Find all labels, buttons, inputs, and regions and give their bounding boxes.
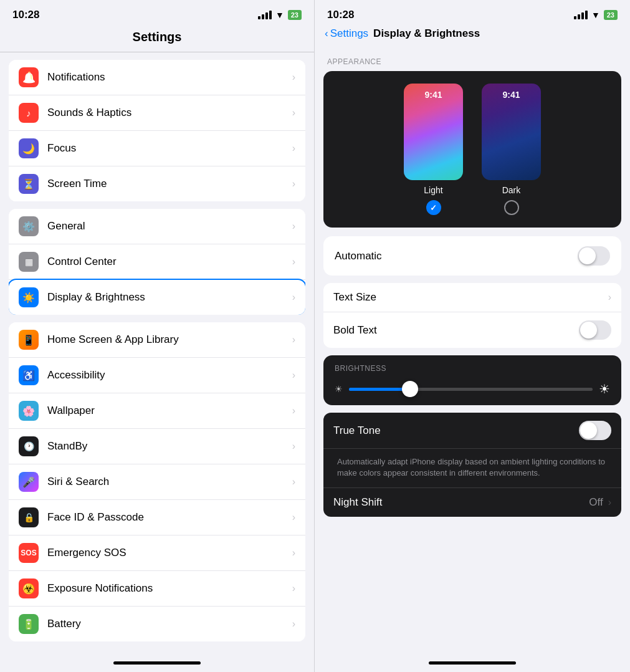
emergencysos-icon: SOS	[19, 543, 39, 563]
brightness-max-icon: ☀	[599, 382, 610, 396]
settings-row-displaybrightness[interactable]: ☀️ Display & Brightness ›	[9, 280, 305, 315]
automatic-toggle-thumb	[579, 247, 596, 264]
brightness-section: BRIGHTNESS ☀ ☀	[323, 355, 621, 405]
dark-mode-label: Dark	[502, 185, 521, 195]
settings-row-homescreen[interactable]: 📱 Home Screen & App Library ›	[9, 322, 305, 358]
general-chevron: ›	[292, 221, 295, 232]
settings-list: 🔔 Notifications › ♪ Sounds & Haptics › 🌙…	[0, 52, 314, 656]
standby-chevron: ›	[292, 441, 295, 452]
dark-preview-time: 9:41	[482, 90, 541, 100]
settings-group-2: ⚙️ General › ▦ Control Center › ☀️ Displ…	[9, 209, 305, 315]
brightness-slider-row: ☀ ☀	[335, 382, 610, 396]
dark-mode-preview: 9:41	[482, 84, 541, 180]
brightness-min-icon: ☀	[335, 384, 343, 394]
display-brightness-panel: 10:28 ▼ 23 ‹ Settings Display & Brightne…	[315, 0, 630, 672]
controlcenter-label: Control Center	[47, 256, 292, 268]
settings-row-controlcenter[interactable]: ▦ Control Center ›	[9, 244, 305, 280]
accessibility-icon: ♿	[19, 365, 39, 385]
text-size-row[interactable]: Text Size ›	[323, 283, 621, 312]
right-wifi-icon: ▼	[591, 10, 600, 20]
night-shift-chevron: ›	[608, 497, 611, 508]
brightness-fill	[349, 388, 410, 391]
settings-row-exposure[interactable]: ☣️ Exposure Notifications ›	[9, 571, 305, 607]
text-settings-card: Text Size › Bold Text	[323, 283, 621, 348]
right-panel-title: Display & Brightness	[373, 27, 480, 40]
focus-label: Focus	[47, 142, 292, 155]
settings-row-focus[interactable]: 🌙 Focus ›	[9, 131, 305, 166]
settings-row-emergencysos[interactable]: SOS Emergency SOS ›	[9, 535, 305, 571]
night-shift-label: Night Shift	[333, 496, 589, 509]
light-mode-label: Light	[424, 185, 442, 195]
left-home-bar	[113, 661, 201, 665]
right-panel-content: APPEARANCE 9:41 Light 9:41 Dark	[315, 47, 630, 656]
night-shift-value: Off	[589, 496, 603, 509]
back-label: Settings	[330, 27, 368, 40]
bold-text-row[interactable]: Bold Text	[323, 312, 621, 348]
automatic-label: Automatic	[335, 250, 382, 262]
homescreen-chevron: ›	[292, 334, 295, 345]
settings-list-panel: 10:28 ▼ 23 Settings 🔔 Notifications ›	[0, 0, 315, 672]
emergencysos-chevron: ›	[292, 547, 295, 559]
standby-label: StandBy	[47, 440, 292, 453]
right-status-icons: ▼ 23	[574, 10, 618, 20]
light-mode-radio[interactable]	[426, 200, 441, 215]
accessibility-label: Accessibility	[47, 369, 292, 382]
brightness-thumb[interactable]	[402, 381, 418, 397]
automatic-card: Automatic	[323, 236, 621, 276]
truetone-nightshift-card: True Tone Automatically adapt iPhone dis…	[323, 413, 621, 517]
true-tone-row[interactable]: True Tone	[323, 413, 621, 449]
wifi-icon: ▼	[275, 10, 284, 20]
controlcenter-chevron: ›	[292, 256, 295, 267]
homescreen-icon: 📱	[19, 330, 39, 350]
bold-text-toggle[interactable]	[579, 320, 611, 340]
exposure-icon: ☣️	[19, 578, 39, 598]
settings-row-sounds[interactable]: ♪ Sounds & Haptics ›	[9, 95, 305, 131]
settings-row-standby[interactable]: 🕐 StandBy ›	[9, 429, 305, 464]
dark-mode-radio[interactable]	[504, 200, 519, 215]
notifications-label: Notifications	[47, 71, 292, 84]
battery-icon: 🔋	[19, 614, 39, 634]
emergencysos-label: Emergency SOS	[47, 547, 292, 559]
light-preview-time: 9:41	[404, 90, 463, 100]
faceid-icon: 🔒	[19, 507, 39, 527]
battery-chevron: ›	[292, 618, 295, 630]
true-tone-description-container: Automatically adapt iPhone display based…	[323, 449, 621, 487]
appearance-card: 9:41 Light 9:41 Dark	[323, 71, 621, 228]
screentime-label: Screen Time	[47, 178, 292, 190]
true-tone-label: True Tone	[333, 425, 579, 437]
focus-chevron: ›	[292, 143, 295, 154]
right-battery-icon: 23	[604, 10, 618, 20]
automatic-toggle[interactable]	[578, 246, 610, 266]
text-size-chevron: ›	[608, 292, 611, 303]
brightness-slider[interactable]	[349, 388, 593, 391]
night-shift-row[interactable]: Night Shift Off ›	[323, 487, 621, 517]
settings-row-siri[interactable]: 🎤 Siri & Search ›	[9, 464, 305, 500]
screentime-icon: ⏳	[19, 174, 39, 194]
signal-icon	[258, 11, 272, 19]
sounds-label: Sounds & Haptics	[47, 107, 292, 119]
settings-row-notifications[interactable]: 🔔 Notifications ›	[9, 60, 305, 95]
left-status-time: 10:28	[12, 9, 39, 21]
settings-row-accessibility[interactable]: ♿ Accessibility ›	[9, 358, 305, 393]
focus-icon: 🌙	[19, 138, 39, 158]
left-status-bar: 10:28 ▼ 23	[0, 0, 314, 25]
settings-row-battery[interactable]: 🔋 Battery ›	[9, 607, 305, 641]
settings-row-general[interactable]: ⚙️ General ›	[9, 209, 305, 244]
settings-group-3: 📱 Home Screen & App Library › ♿ Accessib…	[9, 322, 305, 641]
displaybrightness-icon: ☀️	[19, 287, 39, 307]
left-status-icons: ▼ 23	[258, 10, 302, 20]
notifications-icon: 🔔	[19, 67, 39, 87]
settings-row-faceid[interactable]: 🔒 Face ID & Passcode ›	[9, 500, 305, 535]
siri-chevron: ›	[292, 476, 295, 487]
bold-text-label: Bold Text	[333, 324, 579, 337]
settings-row-screentime[interactable]: ⏳ Screen Time ›	[9, 166, 305, 201]
appearance-section-label: APPEARANCE	[323, 47, 621, 71]
light-mode-option[interactable]: 9:41 Light	[404, 84, 463, 215]
settings-row-wallpaper[interactable]: 🌸 Wallpaper ›	[9, 393, 305, 429]
dark-mode-option[interactable]: 9:41 Dark	[482, 84, 541, 215]
notifications-chevron: ›	[292, 72, 295, 83]
siri-icon: 🎤	[19, 472, 39, 492]
true-tone-toggle[interactable]	[579, 421, 611, 440]
controlcenter-icon: ▦	[19, 252, 39, 272]
back-button[interactable]: ‹ Settings	[325, 27, 368, 40]
